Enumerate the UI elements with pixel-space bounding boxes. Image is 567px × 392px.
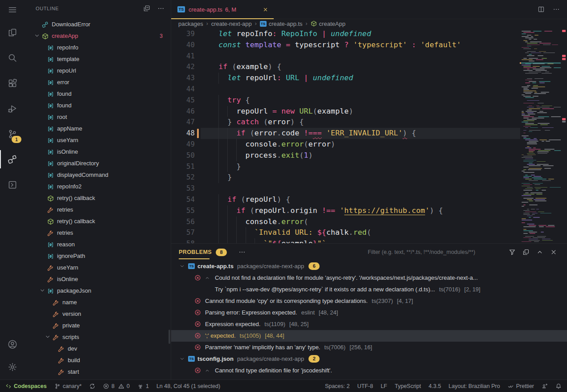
activity-item-run-debug[interactable] bbox=[0, 96, 25, 121]
outline-item-appName[interactable]: appName bbox=[25, 123, 171, 135]
collapse-all-icon[interactable] bbox=[143, 5, 150, 12]
outline-item-originalDirectory[interactable]: originalDirectory bbox=[25, 158, 171, 169]
problems-item-row[interactable]: Try `npm i --save-dev @types/async-retry… bbox=[171, 284, 567, 295]
more-actions-icon[interactable] bbox=[157, 5, 164, 12]
activity-item-settings[interactable] bbox=[0, 354, 25, 380]
code-line-48[interactable]: 48 if (error.code !=== 'ERR_INVALID_URL'… bbox=[171, 128, 567, 139]
status-indentation[interactable]: Spaces: 2 bbox=[325, 383, 350, 389]
activity-item-symbols[interactable] bbox=[0, 147, 25, 172]
outline-item-name[interactable]: name bbox=[25, 297, 171, 308]
outline-item-error[interactable]: error bbox=[25, 77, 171, 88]
code-line-51[interactable]: 51 } bbox=[171, 161, 567, 172]
outline-item-repoInfo2[interactable]: repoInfo2 bbox=[25, 181, 171, 192]
code-line-53[interactable]: 53 bbox=[171, 183, 567, 194]
status-language[interactable]: TypeScript bbox=[394, 383, 421, 389]
activity-item-menu[interactable] bbox=[0, 0, 25, 20]
status-errors[interactable]: 8 bbox=[103, 383, 115, 389]
outline-item-found[interactable]: found bbox=[25, 100, 171, 111]
outline-item-displayedCommand[interactable]: displayedCommand bbox=[25, 169, 171, 181]
activity-item-search[interactable] bbox=[0, 45, 25, 70]
outline-item-scripts[interactable]: scripts bbox=[25, 331, 171, 343]
outline-item-dev[interactable]: dev bbox=[25, 343, 171, 355]
code-line-56[interactable]: 56 console.error( bbox=[171, 216, 567, 228]
maximize-panel-icon[interactable] bbox=[536, 249, 543, 256]
status-layout[interactable]: Layout: Brazilian Pro bbox=[448, 383, 500, 389]
code-line-57[interactable]: 57 `Invalid URL: ${chalk.red( bbox=[171, 227, 567, 238]
code-line-54[interactable]: 54 if (repoUrl) { bbox=[171, 194, 567, 205]
status-ports[interactable]: 1 bbox=[137, 383, 149, 389]
code-line-39[interactable]: 39 let repoInfo: RepoInfo | undefined bbox=[171, 29, 567, 40]
activity-item-account[interactable] bbox=[0, 335, 25, 354]
code-line-50[interactable]: 50 process.exit(1) bbox=[171, 150, 567, 161]
code-line-41[interactable]: 41 bbox=[171, 51, 567, 62]
code-line-43[interactable]: 43 let repoUrl: URL | undefined bbox=[171, 73, 567, 84]
problems-item-row[interactable]: Parameter 'name' implicitly has an 'any'… bbox=[171, 342, 567, 353]
status-branch[interactable]: canary* bbox=[54, 383, 82, 389]
status-notifications[interactable] bbox=[555, 383, 562, 389]
status-feedback[interactable] bbox=[542, 383, 548, 389]
chevron-up-icon[interactable] bbox=[205, 368, 210, 373]
status-eol[interactable]: LF bbox=[381, 383, 387, 389]
breadcrumb-item-create-next-app[interactable]: create-next-app bbox=[211, 20, 252, 27]
filter-icon[interactable] bbox=[509, 249, 516, 256]
outline-item-repoUrl[interactable]: repoUrl bbox=[25, 65, 171, 77]
outline-item-reason[interactable]: reason bbox=[25, 239, 171, 250]
outline-item-retries[interactable]: retries bbox=[25, 204, 171, 216]
outline-item-root[interactable]: root bbox=[25, 111, 171, 123]
outline-item-createApp[interactable]: createApp3 bbox=[25, 30, 171, 42]
outline-item-retry() callback[interactable]: retry() callback bbox=[25, 216, 171, 227]
outline-item-DownloadError[interactable]: DownloadError bbox=[25, 19, 171, 30]
code-line-47[interactable]: 47 } catch (error) { bbox=[171, 117, 567, 128]
problems-item-row[interactable]: Parsing error: Expression expected.eslin… bbox=[171, 307, 567, 318]
problems-item-row[interactable]: Cannot find type definition file for 'js… bbox=[171, 365, 567, 376]
status-formatter[interactable]: Prettier bbox=[508, 383, 534, 389]
code-editor[interactable]: 39 let repoInfo: RepoInfo | undefined40 … bbox=[171, 29, 567, 244]
outline-item-ignorePath[interactable]: ignorePath bbox=[25, 250, 171, 262]
code-line-55[interactable]: 55 if (repoUrl.origin !== 'https://githu… bbox=[171, 205, 567, 216]
code-line-52[interactable]: 52 } bbox=[171, 172, 567, 183]
more-actions-icon[interactable] bbox=[553, 6, 560, 13]
outline-item-private[interactable]: private bbox=[25, 320, 171, 331]
outline-item-useYarn[interactable]: useYarn bbox=[25, 135, 171, 146]
problems-filter-input[interactable] bbox=[367, 249, 499, 256]
outline-item-retries[interactable]: retries bbox=[25, 227, 171, 239]
minimap[interactable] bbox=[520, 29, 561, 244]
problems-item-row[interactable]: ';' expected.ts(1005)[48, 44] bbox=[171, 330, 567, 342]
status-remote[interactable]: Codespaces bbox=[5, 383, 47, 389]
code-line-42[interactable]: 42 if (example) { bbox=[171, 61, 567, 73]
activity-item-panel[interactable] bbox=[0, 172, 25, 197]
problems-item-row[interactable]: Could not find a declaration file for mo… bbox=[171, 272, 567, 284]
code-line-46[interactable]: 46 repoUrl = new URL(example) bbox=[171, 106, 567, 117]
code-line-49[interactable]: 49 console.error(error) bbox=[171, 139, 567, 150]
outline-item-repoInfo[interactable]: repoInfo bbox=[25, 42, 171, 53]
outline-item-found[interactable]: found bbox=[25, 88, 171, 100]
tab-problems[interactable]: PROBLEMS 8 bbox=[179, 244, 227, 261]
code-line-40[interactable]: 40 const template = typescript ? 'typesc… bbox=[171, 40, 567, 51]
tab-create-app-ts[interactable]: TS create-app.ts 6, M bbox=[171, 0, 274, 19]
status-sync[interactable] bbox=[89, 383, 95, 389]
panel-more-icon[interactable] bbox=[238, 249, 246, 256]
status-warnings[interactable]: 0 bbox=[118, 383, 130, 389]
outline-item-packageJson[interactable]: packageJson bbox=[25, 285, 171, 297]
activity-item-explorer[interactable] bbox=[0, 20, 25, 45]
outline-item-isOnline[interactable]: isOnline bbox=[25, 146, 171, 158]
breadcrumb-item-create-app.ts[interactable]: TScreate-app.ts bbox=[260, 20, 303, 27]
outline-item-template[interactable]: template bbox=[25, 53, 171, 65]
close-panel-icon[interactable] bbox=[550, 249, 557, 256]
chevron-up-icon[interactable] bbox=[205, 275, 210, 281]
outline-item-retry() callback[interactable]: retry() callback bbox=[25, 192, 171, 204]
tab-close-icon[interactable] bbox=[263, 7, 268, 12]
problems-file-row[interactable]: TScreate-app.tspackages/create-next-app6 bbox=[171, 261, 567, 272]
outline-item-isOnline[interactable]: isOnline bbox=[25, 274, 171, 285]
problems-item-row[interactable]: Expression expected.ts(1109)[48, 25] bbox=[171, 318, 567, 330]
problems-item-row[interactable]: Cannot find module 'cpy' or its correspo… bbox=[171, 295, 567, 307]
activity-item-source-control[interactable]: 1 bbox=[0, 121, 25, 147]
status-cursor-position[interactable]: Ln 48, Col 45 (1 selected) bbox=[156, 383, 220, 389]
problems-item-row[interactable]: The file is in the program because: bbox=[171, 376, 567, 380]
status-ts-version[interactable]: 4.3.5 bbox=[429, 383, 441, 389]
code-line-44[interactable]: 44 bbox=[171, 84, 567, 95]
activity-item-extensions[interactable] bbox=[0, 70, 25, 96]
sidebar-scrollbar[interactable] bbox=[168, 330, 170, 344]
breadcrumb-item-packages[interactable]: packages bbox=[178, 20, 203, 27]
outline-item-start[interactable]: start bbox=[25, 366, 171, 378]
